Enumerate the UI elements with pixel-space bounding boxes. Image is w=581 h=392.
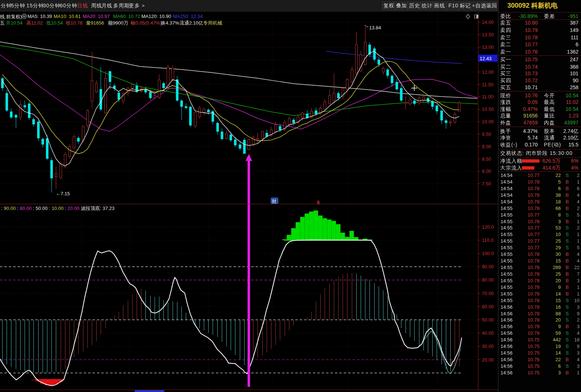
svg-text:40.00: 40.00 <box>482 330 494 336</box>
svg-text:30.00: 30.00 <box>482 344 494 349</box>
svg-text:9.00: 9.00 <box>482 144 491 149</box>
svg-text:60.00: 60.00 <box>482 304 494 309</box>
svg-text:财: 财 <box>272 199 277 204</box>
svg-text:110.0: 110.0 <box>482 237 494 243</box>
svg-text:14.00: 14.00 <box>482 19 494 25</box>
svg-text:11.50: 11.50 <box>482 82 494 87</box>
svg-text:8.50: 8.50 <box>482 156 491 162</box>
svg-text:120.0: 120.0 <box>482 224 494 230</box>
svg-text:12.00: 12.00 <box>482 69 494 75</box>
svg-text:$: $ <box>317 200 320 205</box>
svg-text:7.50: 7.50 <box>482 181 491 186</box>
svg-text:10.50: 10.50 <box>482 106 494 112</box>
svg-text:80.00: 80.00 <box>482 277 494 283</box>
svg-text:←7.15: ←7.15 <box>56 191 70 196</box>
svg-text:10.00: 10.00 <box>482 119 494 124</box>
svg-text:100.0: 100.0 <box>482 251 494 256</box>
svg-text:70.00: 70.00 <box>482 291 494 296</box>
svg-text:11.00: 11.00 <box>482 94 494 99</box>
svg-text:90.00: 90.00 <box>482 264 494 269</box>
svg-text:20.00: 20.00 <box>482 357 494 363</box>
svg-text:13.50: 13.50 <box>482 32 494 37</box>
svg-text:8.00: 8.00 <box>482 168 491 174</box>
svg-text:13.84: 13.84 <box>369 25 381 30</box>
svg-text:12.43: 12.43 <box>480 56 492 61</box>
svg-text:13.00: 13.00 <box>482 44 494 50</box>
svg-text:50.00: 50.00 <box>482 317 494 323</box>
svg-text:9.50: 9.50 <box>482 131 491 137</box>
